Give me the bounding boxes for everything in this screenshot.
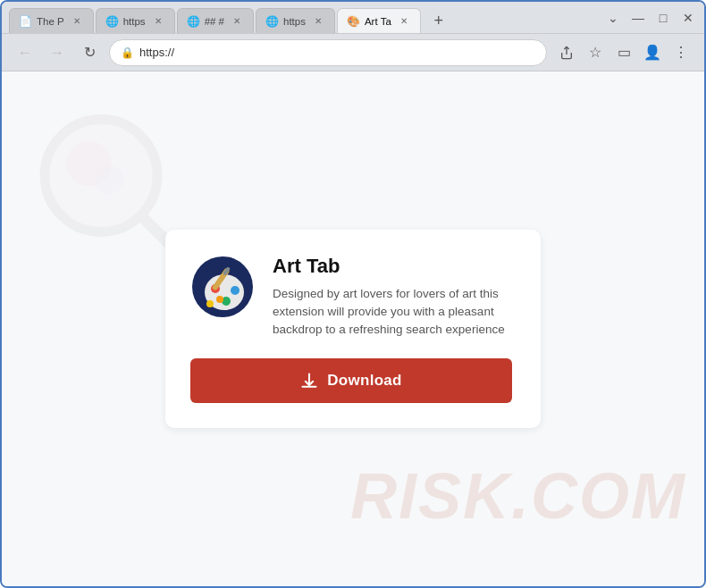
tab-3-close[interactable]: ✕ [230, 14, 244, 29]
download-label: Download [327, 372, 402, 390]
tab-1-favicon: 📄 [19, 15, 31, 28]
tab-1-label: The P [37, 16, 64, 27]
tab-4-label: https [283, 16, 306, 27]
close-button[interactable]: ✕ [679, 9, 697, 27]
tab-2-close[interactable]: ✕ [151, 14, 165, 29]
tab-2-favicon: 🌐 [105, 15, 118, 28]
maximize-button[interactable]: □ [654, 9, 672, 27]
back-button[interactable]: ← [13, 40, 38, 65]
tab-5-label: Art Ta [365, 16, 391, 27]
watermark-text: RISK.COM [350, 459, 686, 533]
tab-4[interactable]: 🌐 https ✕ [256, 8, 335, 33]
tab-bar: 📄 The P ✕ 🌐 https ✕ 🌐 ## # ✕ 🌐 https ✕ � [9, 2, 597, 33]
app-icon [190, 255, 255, 319]
menu-icon[interactable]: ⋮ [668, 40, 693, 65]
address-text: https:// [139, 46, 535, 59]
tab-1-close[interactable]: ✕ [70, 14, 84, 29]
card-header: Art Tab Designed by art lovers for lover… [190, 255, 512, 340]
card-info: Art Tab Designed by art lovers for lover… [273, 255, 512, 340]
svg-point-1 [45, 120, 157, 232]
toolbar-icons: ☆ ▭ 👤 ⋮ [554, 40, 693, 65]
minimize-button[interactable]: — [629, 9, 647, 27]
svg-point-2 [66, 141, 111, 186]
extensions-icon[interactable]: ▭ [611, 40, 636, 65]
svg-point-9 [231, 286, 240, 295]
tab-4-close[interactable]: ✕ [311, 14, 325, 29]
tab-3-favicon: 🌐 [187, 15, 199, 28]
tab-2[interactable]: 🌐 https ✕ [96, 8, 175, 33]
browser-window: 📄 The P ✕ 🌐 https ✕ 🌐 ## # ✕ 🌐 https ✕ � [0, 0, 706, 588]
new-tab-button[interactable]: + [426, 8, 451, 33]
tab-5-art-tab[interactable]: 🎨 Art Ta ✕ [337, 8, 421, 33]
svg-point-10 [216, 296, 223, 303]
tab-2-label: https [123, 16, 146, 27]
download-button[interactable]: Download [190, 358, 512, 403]
title-bar: 📄 The P ✕ 🌐 https ✕ 🌐 ## # ✕ 🌐 https ✕ � [2, 2, 704, 34]
reload-button[interactable]: ↻ [77, 40, 102, 65]
tab-3[interactable]: 🌐 ## # ✕ [177, 8, 254, 33]
app-name: Art Tab [273, 255, 512, 278]
svg-point-3 [95, 165, 123, 194]
download-icon [300, 372, 318, 390]
tab-5-favicon: 🎨 [347, 15, 359, 28]
address-bar: ← → ↻ 🔒 https:// ☆ ▭ 👤 ⋮ [2, 34, 704, 71]
window-controls: ⌄ — □ ✕ [604, 9, 697, 27]
share-icon[interactable] [554, 40, 579, 65]
tab-3-label: ## # [205, 16, 224, 27]
bookmark-icon[interactable]: ☆ [583, 40, 608, 65]
forward-button[interactable]: → [45, 40, 70, 65]
tab-4-favicon: 🌐 [265, 15, 278, 28]
profile-icon[interactable]: 👤 [640, 40, 665, 65]
extension-card: Art Tab Designed by art lovers for lover… [165, 230, 541, 429]
address-input-wrap[interactable]: 🔒 https:// [109, 39, 547, 66]
tab-5-close[interactable]: ✕ [397, 14, 411, 29]
svg-point-13 [206, 300, 214, 307]
app-description: Designed by art lovers for lovers of art… [273, 285, 512, 340]
page-content: RISK.COM [2, 71, 704, 586]
lock-icon: 🔒 [121, 46, 134, 59]
tab-overflow-icon[interactable]: ⌄ [604, 9, 622, 27]
tab-1[interactable]: 📄 The P ✕ [9, 8, 94, 33]
